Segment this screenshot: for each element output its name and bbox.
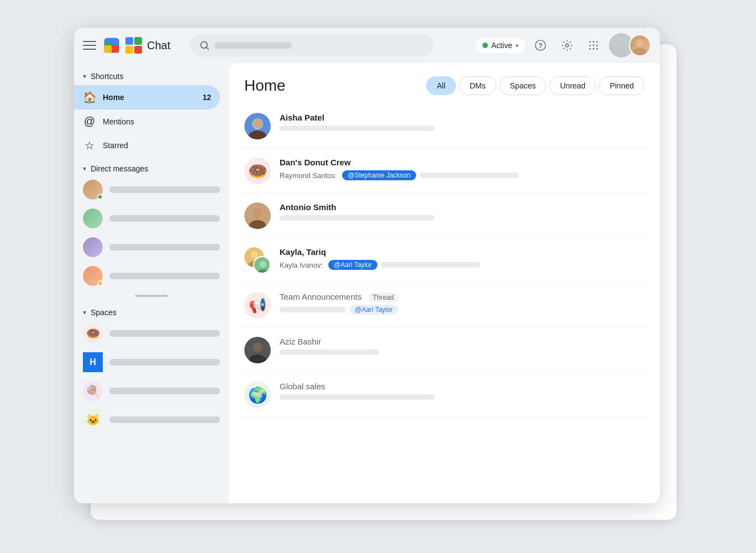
dm-item-2[interactable] (74, 204, 229, 233)
main-content: Home All DMs Spaces Unread Pinned (229, 63, 660, 503)
settings-button[interactable] (556, 34, 578, 56)
conv-avatar-global-sales: 🌍 (244, 382, 271, 408)
conv-antonio-smith[interactable]: Antonio Smith (240, 194, 649, 238)
help-button[interactable]: ? (529, 34, 552, 56)
nav-starred[interactable]: ☆ Starred (74, 133, 220, 158)
nav-home[interactable]: 🏠 Home 12 (74, 85, 220, 109)
mention-aari-taylor-1: @Aari Taylor (328, 260, 377, 270)
notification-dot (97, 280, 103, 286)
direct-messages-section[interactable]: ▾ Direct messages (74, 158, 229, 175)
conv-global-sales[interactable]: 🌍 Global sales (240, 373, 649, 418)
svg-rect-4 (112, 45, 119, 53)
conv-avatar-aziz (244, 337, 271, 363)
svg-point-41 (253, 342, 262, 352)
conv-avatar-donut: 🍩 (244, 158, 271, 184)
preview-bar (280, 215, 434, 221)
svg-point-23 (596, 48, 598, 50)
conv-team-announcements[interactable]: 📢 Team Announcements Thread @Aari Taylor (240, 283, 649, 328)
spaces-item-2[interactable]: H (74, 348, 229, 377)
conv-dans-donut-crew[interactable]: 🍩 Dan's Donut Crew Raymond Santos: @Step… (240, 149, 649, 194)
antonio-avatar-svg (244, 202, 271, 229)
conv-body-announcements: Team Announcements Thread @Aari Taylor (280, 292, 644, 315)
dm-item-3[interactable] (74, 233, 229, 262)
dm-item-1[interactable] (74, 175, 229, 204)
starred-icon: ☆ (83, 139, 96, 152)
filter-unread[interactable]: Unread (549, 76, 596, 95)
spaces-emoji-1: 🍩 (83, 324, 103, 343)
conv-kayla-tariq[interactable]: Kayla, Tariq Kayla Ivanov: @Aari Taylor (240, 238, 649, 283)
filter-pinned[interactable]: Pinned (599, 76, 644, 95)
spaces-section[interactable]: ▾ Spaces (74, 301, 229, 319)
conv-name-aisha: Aisha Patel (280, 113, 644, 122)
dm-name-bar-1 (109, 186, 220, 193)
shortcuts-header[interactable]: ▾ Shortcuts (74, 67, 229, 85)
user-avatar-group[interactable] (609, 33, 651, 58)
active-label: Active (491, 41, 512, 50)
conv-name-donut: Dan's Donut Crew (280, 158, 644, 167)
nav-mentions[interactable]: @ Mentions (74, 109, 220, 133)
preview-bar (280, 349, 379, 355)
conv-avatar-announcements: 📢 (244, 292, 271, 319)
conv-aisha-patel[interactable]: Aisha Patel (240, 104, 649, 149)
apps-button[interactable] (582, 34, 605, 56)
svg-rect-8 (125, 46, 133, 54)
preview-bar (280, 394, 434, 400)
conversation-list: Aisha Patel 🍩 Dan's Donut Crew Raym (229, 104, 660, 503)
conv-preview-aisha (280, 126, 644, 131)
svg-point-25 (633, 48, 647, 57)
search-bar[interactable] (190, 34, 433, 56)
svg-point-38 (260, 261, 266, 268)
svg-rect-7 (134, 37, 142, 45)
svg-point-18 (589, 45, 591, 46)
conv-avatar-duo-kayla-tariq (244, 247, 271, 274)
search-icon (199, 40, 210, 51)
active-dot (482, 43, 488, 48)
conv-aziz-bashir[interactable]: Aziz Bashir (240, 328, 649, 373)
active-status-button[interactable]: Active ▾ (476, 38, 525, 53)
conv-body-kayla-tariq: Kayla, Tariq Kayla Ivanov: @Aari Taylor (280, 247, 644, 270)
preview-bar (280, 307, 346, 312)
dm-name-bar-4 (109, 273, 220, 279)
spaces-chevron-icon: ▾ (83, 309, 86, 316)
conv-preview-aziz (280, 349, 644, 355)
conv-body-aisha: Aisha Patel (280, 113, 644, 131)
chevron-down-icon: ▾ (516, 43, 518, 49)
spaces-item-1[interactable]: 🍩 (74, 319, 229, 348)
starred-label: Starred (103, 141, 211, 150)
spaces-item-3[interactable]: 🍭 (74, 377, 229, 405)
preview-bar (381, 262, 480, 268)
svg-point-22 (593, 48, 595, 50)
svg-point-29 (253, 118, 262, 128)
filter-tabs: All DMs Spaces Unread Pinned (426, 76, 644, 95)
top-bar-right: Active ▾ ? (476, 33, 651, 58)
conv-preview-announcements: @Aari Taylor (280, 305, 644, 315)
spaces-item-4[interactable]: 🐱 (74, 405, 229, 434)
svg-point-32 (253, 208, 262, 218)
dm-name-bar-3 (109, 244, 220, 251)
sender-kayla: Kayla Ivanov: (280, 261, 323, 269)
filter-dms[interactable]: DMs (459, 76, 496, 95)
shortcuts-chevron-icon: ▾ (83, 72, 86, 80)
conv-name-aziz: Aziz Bashir (280, 337, 644, 346)
h-letter: H (83, 352, 103, 372)
conv-preview-global-sales (280, 394, 644, 400)
menu-icon[interactable] (83, 39, 96, 52)
filter-spaces[interactable]: Spaces (500, 76, 547, 95)
direct-messages-label: Direct messages (91, 164, 148, 173)
conv-name-announcements: Team Announcements Thread (280, 292, 644, 301)
spaces-label: Spaces (91, 308, 117, 317)
user-avatar[interactable] (629, 34, 651, 56)
dm-avatar-3 (83, 237, 103, 257)
filter-all[interactable]: All (426, 76, 456, 95)
home-label: Home (103, 93, 196, 102)
mentions-label: Mentions (103, 117, 211, 126)
conv-preview-kayla-tariq: Kayla Ivanov: @Aari Taylor (280, 260, 644, 270)
spaces-emoji-4: 🐱 (83, 410, 103, 430)
spaces-name-bar-4 (109, 416, 220, 423)
mention-stephanie: @Stephanie Jackson (342, 170, 416, 180)
app-title: Chat (147, 39, 170, 52)
dm-item-4[interactable] (74, 262, 229, 290)
svg-point-19 (593, 45, 595, 46)
conv-name-kayla-tariq: Kayla, Tariq (280, 247, 644, 257)
scrollbar-hint (135, 295, 168, 297)
